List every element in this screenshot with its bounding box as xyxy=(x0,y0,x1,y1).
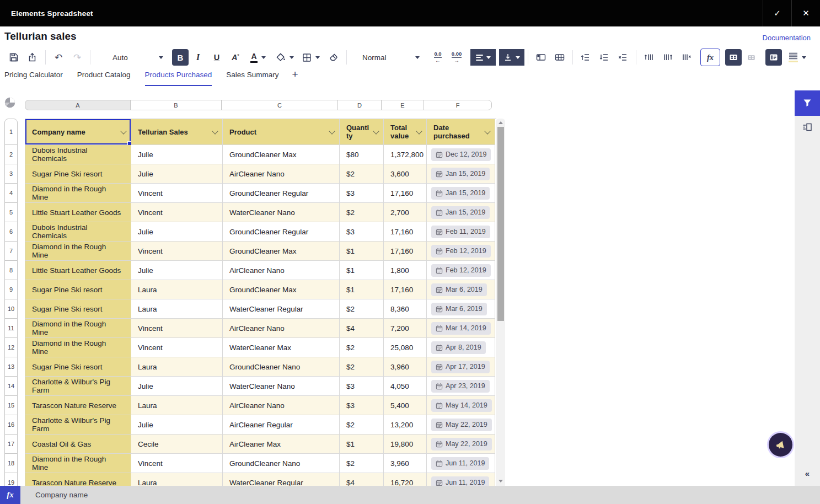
cell-quantity[interactable]: $2 xyxy=(340,357,384,377)
column-letter-C[interactable]: C xyxy=(221,100,338,110)
row-number-4[interactable]: 4 xyxy=(4,183,18,203)
cell-date[interactable]: Jan 15, 2019 xyxy=(427,184,495,203)
cell-product[interactable]: AirCleaner Nano xyxy=(223,164,340,184)
date-badge[interactable]: Feb 12, 2019 xyxy=(431,245,491,258)
borders-button[interactable] xyxy=(298,49,324,66)
cell-product[interactable]: AirCleaner Regular xyxy=(223,415,340,435)
cell-company[interactable]: Tarascon Nature Reserve xyxy=(25,396,131,415)
cell-header-quantity[interactable]: Quantity xyxy=(340,119,384,145)
date-badge[interactable]: Jan 15, 2019 xyxy=(431,168,490,180)
cell-sales[interactable]: Laura xyxy=(131,299,223,319)
cell-sales[interactable]: Julie xyxy=(131,415,223,435)
cell-header-company[interactable]: Company name xyxy=(25,119,131,145)
column-letter-F[interactable]: F xyxy=(424,100,492,110)
cell-product[interactable]: WaterCleaner Regular xyxy=(223,299,340,319)
column-menu-icon[interactable] xyxy=(120,128,126,134)
column-letter-D[interactable]: D xyxy=(337,100,382,110)
cell-product[interactable]: GroundCleaner Max xyxy=(223,145,340,164)
clear-format-button[interactable] xyxy=(324,49,343,66)
row-number-7[interactable]: 7 xyxy=(4,241,18,261)
cell-total[interactable]: 17,160 xyxy=(384,184,427,203)
cell-total[interactable]: 1,372,800 xyxy=(384,145,427,164)
redo-button[interactable]: ↷ xyxy=(68,49,87,66)
cell-company[interactable]: Sugar Pine Ski resort xyxy=(25,357,131,377)
cell-total[interactable]: 17,160 xyxy=(384,242,427,261)
scrollbar-thumb[interactable] xyxy=(497,127,504,321)
scroll-up-icon[interactable] xyxy=(499,121,503,124)
cell-quantity[interactable]: $2 xyxy=(340,415,384,435)
cell-total[interactable]: 19,800 xyxy=(384,435,427,454)
cell-sales[interactable]: Julie xyxy=(131,222,223,242)
cell-company[interactable]: Diamond in the Rough Mine xyxy=(25,242,131,261)
cell-total[interactable]: 3,600 xyxy=(384,164,427,184)
cell-date[interactable]: May 22, 2019 xyxy=(427,435,495,454)
cell-product[interactable]: WaterCleaner Regular xyxy=(223,473,340,486)
cell-date[interactable]: Apr 17, 2019 xyxy=(427,357,495,377)
date-badge[interactable]: Jan 15, 2019 xyxy=(431,206,490,219)
row-number-18[interactable]: 18 xyxy=(4,453,18,473)
scroll-down-icon[interactable] xyxy=(499,480,503,482)
date-badge[interactable]: Jun 11, 2019 xyxy=(431,476,489,486)
cell-company[interactable]: Sugar Pine Ski resort xyxy=(25,164,131,184)
date-badge[interactable]: Jan 15, 2019 xyxy=(431,187,490,200)
column-menu-icon[interactable] xyxy=(484,128,490,134)
cell-date[interactable]: Dec 12, 2019 xyxy=(427,145,495,164)
filter-button[interactable] xyxy=(795,90,820,116)
cell-header-date[interactable]: Date purchased xyxy=(427,119,495,145)
bold-button[interactable]: B xyxy=(172,49,189,66)
cell-date[interactable]: Mar 6, 2019 xyxy=(427,280,495,299)
cell-quantity[interactable]: $80 xyxy=(340,145,384,164)
cell-quantity[interactable]: $1 xyxy=(340,280,384,299)
cell-date[interactable]: Mar 6, 2019 xyxy=(427,299,495,319)
tab-products-purchased[interactable]: Products Purchased xyxy=(145,67,212,86)
date-badge[interactable]: Mar 6, 2019 xyxy=(431,303,487,315)
cell-date[interactable]: Apr 8, 2019 xyxy=(427,338,495,357)
cell-date[interactable]: Feb 12, 2019 xyxy=(427,242,495,261)
date-badge[interactable]: May 22, 2019 xyxy=(431,438,492,451)
cell-total[interactable]: 25,080 xyxy=(384,338,427,357)
row-number-11[interactable]: 11 xyxy=(4,318,18,338)
column-letter-E[interactable]: E xyxy=(381,100,424,110)
column-menu-icon[interactable] xyxy=(329,128,335,134)
cell-product[interactable]: GroundCleaner Max xyxy=(223,280,340,299)
cell-company[interactable]: Diamond in the Rough Mine xyxy=(25,319,131,338)
cell-quantity[interactable]: $3 xyxy=(340,396,384,415)
export-button[interactable] xyxy=(23,49,42,66)
cell-company[interactable]: Little Stuart Leather Goods xyxy=(25,203,131,222)
row-number-9[interactable]: 9 xyxy=(4,280,18,299)
cell-quantity[interactable]: $2 xyxy=(340,203,384,222)
cell-date[interactable]: Feb 12, 2019 xyxy=(427,261,495,280)
row-number-8[interactable]: 8 xyxy=(4,260,18,280)
confirm-button[interactable]: ✓ xyxy=(763,0,791,26)
announcements-button[interactable] xyxy=(769,433,792,457)
cell-company[interactable]: Coastal Oil & Gas xyxy=(25,435,131,454)
cell-header-product[interactable]: Product xyxy=(223,119,340,145)
delete-column-button[interactable] xyxy=(677,49,696,66)
cell-company[interactable]: Little Stuart Leather Goods xyxy=(25,261,131,280)
cell-company[interactable]: Sugar Pine Ski resort xyxy=(25,299,131,319)
date-badge[interactable]: Dec 12, 2019 xyxy=(431,148,491,161)
fill-color-button[interactable] xyxy=(271,49,298,66)
row-number-2[interactable]: 2 xyxy=(4,144,18,164)
cell-total[interactable]: 17,160 xyxy=(384,222,427,242)
cell-company[interactable]: Dubois Industrial Chemicals xyxy=(25,222,131,242)
superscript-button[interactable]: A° xyxy=(226,49,245,66)
cell-product[interactable]: GroundCleaner Nano xyxy=(223,454,340,473)
collapse-panel-button[interactable]: « xyxy=(805,469,810,478)
cell-sales[interactable]: Vincent xyxy=(131,338,223,357)
cell-product[interactable]: AirCleaner Nano xyxy=(223,396,340,415)
formula-input[interactable]: Company name xyxy=(35,491,88,499)
cell-company[interactable]: Diamond in the Rough Mine xyxy=(25,184,131,203)
column-letter-A[interactable]: A xyxy=(25,100,131,110)
row-number-19[interactable]: 19 xyxy=(4,473,18,486)
cell-company[interactable]: Charlotte & Wilbur's Pig Farm xyxy=(25,415,131,435)
cell-date[interactable]: Jun 11, 2019 xyxy=(427,473,495,486)
documentation-link[interactable]: Documentation xyxy=(763,34,811,42)
insert-column-right-button[interactable] xyxy=(658,49,677,66)
date-badge[interactable]: Apr 8, 2019 xyxy=(431,341,486,354)
cell-date[interactable]: Jan 15, 2019 xyxy=(427,164,495,184)
formula-button[interactable]: fx xyxy=(700,49,720,66)
cell-sales[interactable]: Cecile xyxy=(131,435,223,454)
cell-product[interactable]: WaterCleaner Max xyxy=(223,338,340,357)
column-menu-icon[interactable] xyxy=(373,128,379,134)
